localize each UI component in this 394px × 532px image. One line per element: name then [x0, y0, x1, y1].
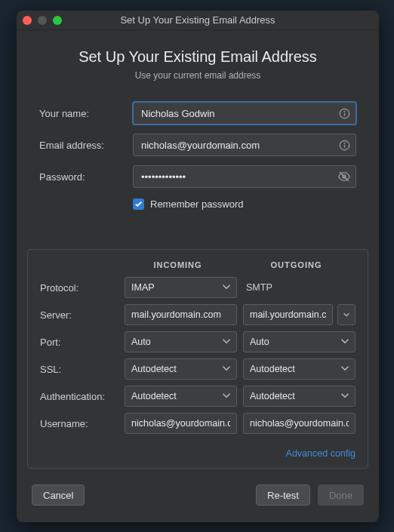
chevron-down-icon [220, 389, 233, 404]
incoming-auth-select[interactable]: Autodetect [125, 386, 237, 407]
incoming-ssl-select[interactable]: Autodetect [125, 358, 237, 380]
identity-form: Your name: Email address: [17, 94, 379, 210]
eye-off-icon[interactable] [338, 171, 350, 183]
chevron-down-icon [338, 334, 352, 350]
outgoing-auth-select[interactable]: Autodetect [243, 386, 356, 407]
username-label: Username: [40, 418, 119, 429]
window-controls [23, 16, 62, 25]
incoming-protocol-select[interactable]: IMAP [125, 277, 237, 298]
done-button: Done [318, 484, 364, 506]
chevron-down-icon [338, 361, 352, 377]
incoming-header: INCOMING [119, 260, 237, 269]
cancel-button[interactable]: Cancel [32, 484, 85, 506]
dialog-footer: Cancel Re-test Done [17, 471, 379, 522]
minimize-icon [38, 16, 47, 25]
protocol-label: Protocol: [40, 282, 119, 294]
outgoing-header: OUTGOING [237, 260, 356, 269]
outgoing-server-dropdown[interactable] [337, 304, 356, 325]
incoming-server-input[interactable] [125, 304, 237, 325]
outgoing-port-select[interactable]: Auto [243, 331, 356, 352]
page-subtitle: Use your current email address [32, 70, 364, 81]
server-label: Server: [40, 309, 119, 321]
chevron-down-icon [338, 389, 352, 404]
svg-point-2 [344, 111, 345, 112]
remember-label: Remember password [150, 198, 244, 210]
name-label: Your name: [39, 108, 133, 119]
dialog-window: Set Up Your Existing Email Address Set U… [17, 11, 379, 522]
remember-checkbox[interactable] [133, 198, 144, 210]
incoming-username-input[interactable] [125, 413, 237, 434]
chevron-down-icon [220, 280, 233, 296]
page-title: Set Up Your Existing Email Address [32, 48, 364, 66]
window-title: Set Up Your Existing Email Address [17, 14, 379, 26]
titlebar: Set Up Your Existing Email Address [17, 11, 379, 30]
password-label: Password: [39, 171, 133, 183]
svg-point-5 [344, 143, 345, 143]
ssl-label: SSL: [40, 364, 119, 375]
incoming-port-select[interactable]: Auto [125, 331, 237, 352]
outgoing-server-input[interactable] [243, 304, 333, 325]
content-area: Set Up Your Existing Email Address Use y… [17, 30, 379, 522]
outgoing-username-input[interactable] [243, 413, 356, 434]
info-icon[interactable] [338, 107, 350, 119]
retest-button[interactable]: Re-test [256, 484, 310, 506]
port-label: Port: [40, 337, 119, 348]
close-icon[interactable] [23, 16, 32, 25]
zoom-icon[interactable] [53, 16, 62, 25]
authentication-label: Authentication: [40, 391, 119, 402]
password-input[interactable] [133, 165, 356, 188]
email-input[interactable] [133, 134, 356, 156]
outgoing-protocol-value: SMTP [243, 277, 356, 298]
email-label: Email address: [39, 140, 133, 151]
outgoing-ssl-select[interactable]: Autodetect [243, 358, 356, 380]
chevron-down-icon [220, 361, 233, 377]
server-settings: INCOMING OUTGOING Protocol: IMAP SMTP Se… [27, 249, 368, 469]
name-input[interactable] [133, 102, 356, 125]
info-icon[interactable] [338, 139, 350, 151]
page-header: Set Up Your Existing Email Address Use y… [17, 30, 379, 94]
chevron-down-icon [220, 334, 233, 350]
advanced-config-link[interactable]: Advanced config [286, 448, 356, 459]
